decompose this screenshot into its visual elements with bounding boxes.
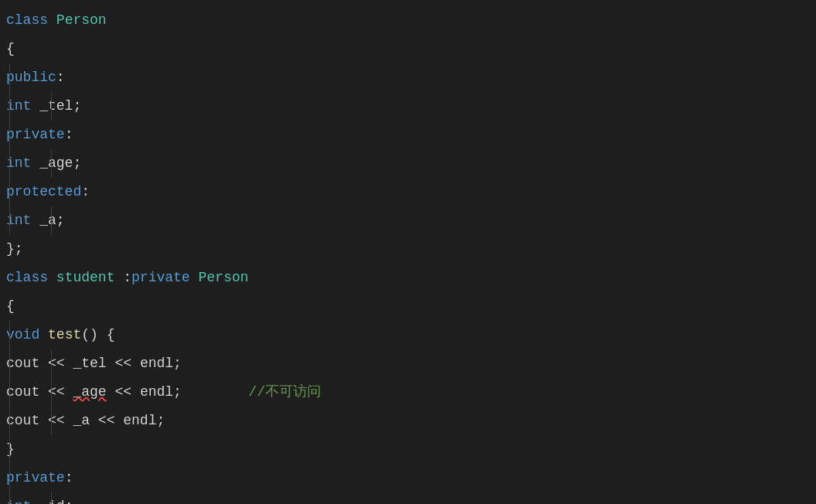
line-int-tel: int _tel; [3, 92, 816, 121]
line-private-2: private: [3, 464, 816, 492]
access-public: public [6, 63, 56, 92]
line-cout-a: cout << _a << endl; [3, 407, 816, 435]
line-cout-age: cout << _age << endl; //不可访问 [3, 378, 816, 407]
var-a-2: _a [73, 407, 90, 435]
line-void-test: void test() { [3, 321, 816, 349]
cout-1: cout [6, 349, 39, 378]
class-name-person: Person [56, 6, 107, 35]
keyword-private-inherit: private [131, 264, 190, 292]
type-int-1: int [6, 92, 31, 121]
access-private-2: private [6, 464, 65, 492]
line-int-age: int _age; [3, 149, 816, 178]
line-close-method: } [3, 435, 816, 464]
line-int-id: int _id; [3, 492, 816, 504]
line-open-brace-1: { [3, 35, 816, 63]
type-int-2: int [6, 149, 31, 178]
access-private-1: private [6, 121, 65, 149]
var-age: _age [39, 149, 73, 178]
var-tel: _tel [39, 92, 73, 121]
close-brace-semi: }; [6, 235, 23, 264]
keyword-class-2: class [6, 264, 48, 292]
code-container: class Person { public: int _tel; private… [0, 6, 816, 504]
line-protected: protected: [3, 178, 816, 206]
endl-1: endl [140, 349, 173, 378]
line-close-semi: }; [3, 235, 816, 264]
class-name-person-2: Person [199, 264, 249, 292]
var-age-2: _age [73, 378, 106, 407]
keyword-void: void [6, 321, 39, 349]
var-id: _id [39, 492, 64, 504]
close-brace-method: } [6, 435, 15, 464]
line-public: public: [3, 63, 816, 92]
line-private-1: private: [3, 121, 816, 149]
keyword-class: class [6, 6, 48, 35]
line-cout-tel: cout << _tel << endl; [3, 349, 816, 378]
open-brace-1: { [6, 35, 15, 63]
line-open-brace-2: { [3, 292, 816, 321]
var-tel-2: _tel [73, 349, 106, 378]
line-class-person: class Person [3, 6, 816, 35]
open-brace-2: { [6, 292, 15, 321]
class-name-student: student [56, 264, 115, 292]
var-a: _a [39, 206, 56, 235]
endl-3: endl [123, 407, 156, 435]
access-protected: protected [6, 178, 81, 206]
line-int-a: int _a; [3, 206, 816, 235]
line-class-student: class student :private Person [3, 264, 816, 292]
comment-inaccessible: //不可访问 [248, 378, 321, 407]
method-test: test [48, 321, 81, 349]
cout-2: cout [6, 378, 39, 407]
cout-3: cout [6, 407, 39, 435]
type-int-3: int [6, 206, 31, 235]
type-int-4: int [6, 492, 31, 504]
endl-2: endl [140, 378, 173, 407]
